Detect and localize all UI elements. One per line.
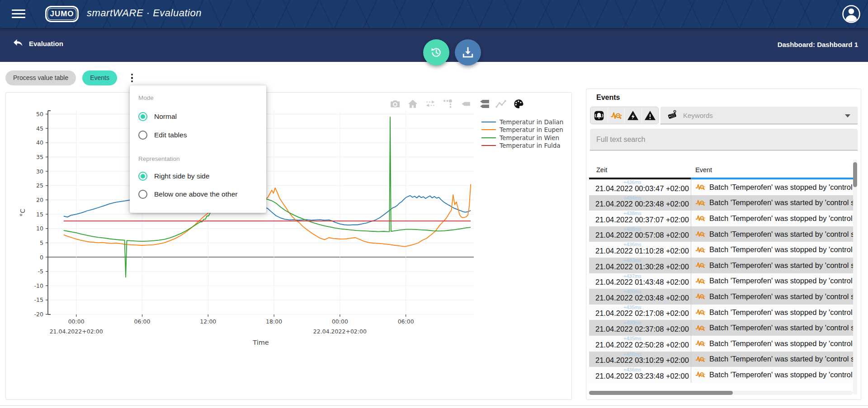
svg-text:5: 5 (40, 239, 43, 246)
legend-item[interactable]: Temperatur in Dalian (481, 118, 563, 126)
svg-text:Time: Time (252, 339, 269, 346)
event-text: Batch 'Temperofen' was started by 'contr… (709, 261, 853, 270)
event-text: Batch 'Temperofen' was stopped by 'contr… (709, 245, 853, 254)
line-chart-icon[interactable] (494, 97, 508, 111)
palette-icon[interactable] (512, 97, 525, 111)
table-row[interactable]: +438ms21.04.2022 00:37:07 +02:00Batch 'T… (589, 211, 853, 226)
full-text-search-input[interactable]: Full text search (590, 129, 858, 150)
zeit-cell: +435ms21.04.2022 02:17:08 +02:00 (589, 305, 691, 320)
zeit-cell: +436ms21.04.2022 03:23:48 +02:00 (589, 367, 691, 383)
tab-process-value-table[interactable]: Process value table (5, 70, 76, 85)
svg-text:25: 25 (36, 182, 43, 189)
radio-below-one-above[interactable]: Below one above the other (138, 190, 237, 199)
events-table-body: +436ms21.04.2022 00:03:47 +02:00Batch 'T… (589, 179, 853, 383)
hover-compare-icon[interactable] (476, 97, 490, 111)
zeit-cell: +494ms21.04.2022 00:23:48 +02:00 (589, 195, 691, 211)
process-event-icon (695, 354, 706, 365)
back-button[interactable]: Evaluation (13, 39, 63, 48)
process-event-icon (695, 182, 706, 192)
table-row[interactable]: +435ms21.04.2022 02:50:28 +02:00Batch 'T… (589, 336, 853, 352)
radio-edit-tables[interactable]: Edit tables (138, 131, 187, 140)
svg-text:°C: °C (19, 209, 26, 216)
chart-panel: 50454035302520151050-5-10-15-2000:0021.0… (5, 92, 572, 400)
table-row[interactable]: +435ms21.04.2022 02:17:08 +02:00Batch 'T… (589, 305, 853, 320)
alarm-events-filter-button[interactable] (590, 107, 608, 124)
table-row[interactable]: +488ms21.04.2022 03:10:29 +02:00Batch 'T… (589, 352, 853, 367)
process-events-filter-button[interactable] (608, 107, 625, 124)
tab-events[interactable]: Events (82, 70, 117, 85)
compare-arrows-icon[interactable] (424, 97, 437, 111)
spike-lines-icon[interactable] (441, 97, 455, 111)
legend-item[interactable]: Temperatur in Wien (481, 134, 563, 142)
table-row[interactable]: +437ms21.04.2022 01:43:48 +02:00Batch 'T… (589, 273, 853, 289)
event-cell: Batch 'Temperofen' was started by 'contr… (691, 226, 853, 242)
camera-icon[interactable] (388, 97, 402, 111)
legend-item[interactable]: Temperatur in Fulda (481, 142, 563, 150)
column-header-zeit[interactable]: Zeit (596, 166, 607, 174)
table-row[interactable]: +436ms21.04.2022 00:03:47 +02:00Batch 'T… (589, 179, 853, 195)
table-row[interactable]: +488ms21.04.2022 00:57:08 +02:00Batch 'T… (589, 226, 853, 242)
process-event-icon (695, 369, 706, 380)
table-row[interactable]: +436ms21.04.2022 03:23:48 +02:00Batch 'T… (589, 367, 853, 383)
process-event-icon (695, 307, 706, 318)
process-event-icon (695, 229, 706, 239)
svg-text:00:00: 00:00 (68, 318, 85, 325)
timestamp: 21.04.2022 03:23:48 +02:00 (595, 372, 689, 380)
download-button[interactable] (455, 39, 481, 66)
chevron-down-icon (845, 114, 850, 117)
zeit-cell: +435ms21.04.2022 02:50:28 +02:00 (589, 336, 691, 352)
event-cell: Batch 'Temperofen' was started by 'contr… (691, 289, 853, 305)
table-row[interactable]: +483ms21.04.2022 01:30:28 +02:00Batch 'T… (589, 258, 853, 273)
zeit-cell: +483ms21.04.2022 01:30:28 +02:00 (589, 258, 691, 273)
tag-icon (667, 109, 679, 121)
legend-item[interactable]: Temperatur in Eupen (481, 126, 563, 134)
event-text: Batch 'Temperofen' was stopped by 'contr… (709, 339, 853, 348)
svg-text:35: 35 (36, 154, 43, 160)
horizontal-scrollbar[interactable] (589, 391, 733, 395)
event-text: Batch 'Temperofen' was stopped by 'contr… (709, 370, 853, 379)
process-event-icon (695, 260, 706, 271)
vertical-scrollbar[interactable] (853, 162, 857, 187)
svg-text:45: 45 (36, 125, 43, 132)
radio-label: Below one above the other (154, 190, 237, 198)
radio-right-side-by-side[interactable]: Right side by side (138, 172, 209, 181)
event-cell: Batch 'Temperofen' was stopped by 'contr… (691, 305, 853, 320)
legend-line-swatch (481, 129, 496, 130)
keywords-dropdown[interactable]: Keywords (660, 107, 858, 124)
event-cell: Batch 'Temperofen' was started by 'contr… (691, 320, 853, 336)
hover-closest-icon[interactable] (459, 97, 472, 111)
app-title: smartWARE · Evaluation (87, 7, 202, 19)
svg-text:00:00: 00:00 (332, 318, 348, 325)
event-text: Batch 'Temperofen' was started by 'contr… (709, 292, 853, 301)
svg-text:12:00: 12:00 (200, 318, 216, 325)
event-cell: Batch 'Temperofen' was stopped by 'contr… (691, 179, 853, 195)
dashboard-label: Dashboard: Dashboard 1 (778, 41, 858, 48)
legend-line-swatch (481, 137, 496, 138)
keywords-placeholder: Keywords (683, 112, 713, 119)
table-row[interactable]: +436ms21.04.2022 01:10:28 +02:00Batch 'T… (589, 242, 853, 258)
column-header-event[interactable]: Event (695, 166, 712, 174)
search-placeholder: Full text search (596, 136, 645, 144)
hamburger-menu-icon[interactable] (12, 9, 25, 19)
zeit-cell: +488ms21.04.2022 03:10:29 +02:00 (589, 352, 691, 367)
warning-events-filter-button[interactable] (642, 107, 659, 124)
radio-label: Normal (154, 113, 177, 121)
more-options-kebab-icon[interactable] (127, 71, 137, 85)
table-row[interactable]: +486ms21.04.2022 02:03:48 +02:00Batch 'T… (589, 289, 853, 305)
legend-label: Temperatur in Wien (500, 134, 559, 141)
zeit-cell: +438ms21.04.2022 00:37:07 +02:00 (589, 211, 691, 226)
error-events-filter-button[interactable] (624, 107, 642, 124)
radio-normal[interactable]: Normal (138, 112, 177, 121)
timestamp: 21.04.2022 02:50:28 +02:00 (595, 341, 689, 349)
table-row[interactable]: +490ms21.04.2022 02:37:08 +02:00Batch 'T… (589, 320, 853, 336)
events-panel: Events (586, 89, 861, 400)
breadcrumb: Evaluation (29, 40, 63, 47)
history-button[interactable] (423, 39, 449, 66)
zeit-cell: +436ms21.04.2022 00:03:47 +02:00 (589, 179, 691, 195)
timestamp: 21.04.2022 00:37:07 +02:00 (595, 216, 689, 224)
radio-icon (138, 172, 147, 181)
user-avatar[interactable] (842, 5, 861, 23)
event-cell: Batch 'Temperofen' was stopped by 'contr… (691, 211, 853, 226)
table-row[interactable]: +494ms21.04.2022 00:23:48 +02:00Batch 'T… (589, 195, 853, 211)
home-icon[interactable] (406, 97, 420, 111)
